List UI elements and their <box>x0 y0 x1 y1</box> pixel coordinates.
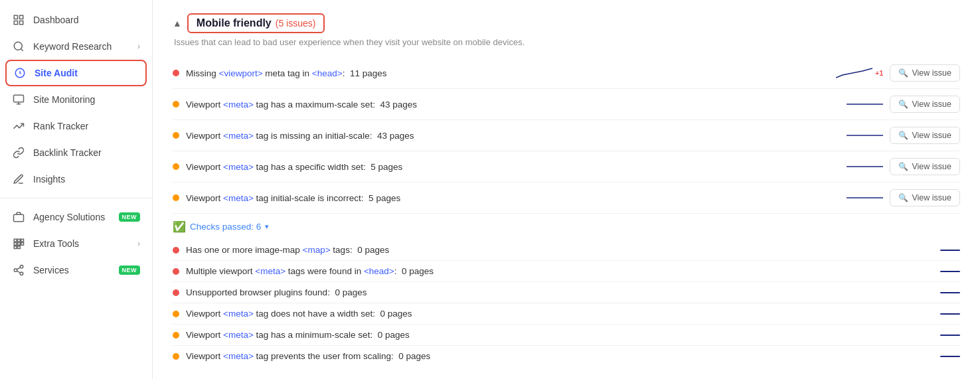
view-issue-button[interactable]: 🔍 View issue <box>890 127 960 144</box>
view-issue-label: View issue <box>912 193 951 202</box>
passed-dash <box>940 271 960 272</box>
svg-rect-10 <box>14 214 24 222</box>
sidebar-item-label: Insights <box>33 174 140 185</box>
passed-row: Unsupported browser plugins found: 0 pag… <box>173 282 960 303</box>
issue-text: Unsupported browser plugins found: 0 pag… <box>186 287 934 297</box>
severity-indicator <box>173 70 179 76</box>
sidebar-item-insights[interactable]: Insights <box>0 166 152 192</box>
sidebar-item-label: Keyword Research <box>33 41 129 52</box>
passed-dash <box>940 356 960 357</box>
passed-dash <box>940 250 960 251</box>
svg-rect-17 <box>14 246 17 249</box>
issue-row: Viewport <meta> tag has a maximum-scale … <box>173 89 960 120</box>
trend-chart <box>847 97 883 112</box>
sidebar-item-site-audit[interactable]: Site Audit <box>5 60 147 86</box>
svg-rect-1 <box>20 15 23 19</box>
passed-dash <box>940 292 960 293</box>
issue-text: Viewport <meta> tag prevents the user fr… <box>186 351 934 361</box>
svg-rect-3 <box>20 21 23 25</box>
trend-chart <box>847 190 883 205</box>
checks-passed[interactable]: ✅ Checks passed: 6 ▾ <box>173 214 960 240</box>
issue-chart <box>830 159 883 174</box>
view-issue-button[interactable]: 🔍 View issue <box>890 189 960 206</box>
search-icon: 🔍 <box>898 100 908 109</box>
sidebar-item-backlink-tracker[interactable]: Backlink Tracker <box>0 139 152 166</box>
checks-passed-label: Checks passed: 6 <box>190 222 261 232</box>
view-issue-button[interactable]: 🔍 View issue <box>890 158 960 175</box>
issue-link2[interactable]: <head> <box>312 68 343 78</box>
checks-passed-toggle: ▾ <box>265 222 269 231</box>
view-issue-label: View issue <box>912 100 951 109</box>
grid-small-icon <box>12 237 25 250</box>
issue-text: Viewport <meta> tag is missing an initia… <box>186 131 823 141</box>
passed-row: Multiple viewport <meta> tags were found… <box>173 261 960 282</box>
sidebar: Dashboard Keyword Research › Site Audit … <box>0 0 153 379</box>
issue-text: Viewport <meta> tag has a maximum-scale … <box>186 100 823 110</box>
sidebar-item-label: Agency Solutions <box>33 212 111 222</box>
sidebar-item-agency-solutions[interactable]: Agency Solutions NEW <box>0 204 152 230</box>
sidebar-item-site-monitoring[interactable]: Site Monitoring <box>0 86 152 113</box>
svg-rect-18 <box>18 246 21 249</box>
issue-link[interactable]: <meta> <box>223 100 254 110</box>
passed-row: Viewport <meta> tag has a minimum-scale … <box>173 325 960 346</box>
section-description: Issues that can lead to bad user experie… <box>174 37 960 47</box>
severity-indicator <box>173 268 179 275</box>
issue-text: Viewport <meta> tag has a specific width… <box>186 162 823 172</box>
issue-link[interactable]: <meta> <box>223 162 254 172</box>
issue-chart <box>830 190 883 205</box>
issue-link[interactable]: <meta> <box>223 193 254 203</box>
trend-chart <box>847 128 883 143</box>
issue-link[interactable]: <meta> <box>223 351 254 361</box>
issue-text: Viewport <meta> tag has a minimum-scale … <box>186 330 934 340</box>
sidebar-item-label: Extra Tools <box>33 238 129 249</box>
sidebar-item-label: Dashboard <box>33 15 140 25</box>
issue-link2[interactable]: <head> <box>364 266 394 276</box>
issue-row: Viewport <meta> tag has a specific width… <box>173 151 960 183</box>
issue-text: Viewport <meta> tag initial-scale is inc… <box>186 193 823 203</box>
passed-row: Has one or more image-map <map> tags: 0 … <box>173 240 960 261</box>
sidebar-item-label: Backlink Tracker <box>33 147 140 158</box>
sidebar-item-extra-tools[interactable]: Extra Tools › <box>0 230 152 257</box>
issue-text: Missing <viewport> meta tag in <head>: 1… <box>186 68 823 78</box>
svg-line-22 <box>17 271 20 273</box>
issue-link[interactable]: <map> <box>303 245 331 255</box>
issue-link[interactable]: <meta> <box>223 131 254 141</box>
svg-rect-15 <box>18 243 21 246</box>
briefcase-icon <box>12 210 25 224</box>
svg-point-20 <box>14 269 17 272</box>
search-icon: 🔍 <box>898 193 908 202</box>
issue-chart <box>830 97 883 112</box>
view-issue-button[interactable]: 🔍 View issue <box>890 64 960 82</box>
issue-text: Multiple viewport <meta> tags were found… <box>186 266 934 276</box>
trend-chart <box>836 66 872 80</box>
trend-chart <box>847 159 883 174</box>
issue-link[interactable]: <meta> <box>255 266 286 276</box>
sidebar-item-keyword-research[interactable]: Keyword Research › <box>0 33 152 60</box>
sidebar-item-rank-tracker[interactable]: Rank Tracker <box>0 113 152 139</box>
view-issue-label: View issue <box>912 68 951 78</box>
section-header: ▲ Mobile friendly (5 issues) <box>173 13 960 33</box>
issue-chart <box>830 128 883 143</box>
new-badge: NEW <box>119 212 141 222</box>
issue-row: Viewport <meta> tag is missing an initia… <box>173 120 960 151</box>
svg-rect-12 <box>18 239 21 242</box>
issue-text: Has one or more image-map <map> tags: 0 … <box>186 245 934 255</box>
svg-rect-13 <box>21 239 24 242</box>
trending-icon <box>12 119 25 133</box>
sidebar-item-dashboard[interactable]: Dashboard <box>0 7 152 33</box>
sidebar-item-label: Site Monitoring <box>33 94 140 105</box>
pencil-icon <box>12 173 25 186</box>
passed-dash <box>940 313 960 315</box>
issue-link[interactable]: <meta> <box>223 309 254 319</box>
issue-link[interactable]: <viewport> <box>219 68 263 78</box>
svg-line-5 <box>21 48 23 50</box>
collapse-button[interactable]: ▲ <box>173 18 182 29</box>
search-icon: 🔍 <box>898 131 908 140</box>
view-issue-label: View issue <box>912 162 951 171</box>
sidebar-item-services[interactable]: Services NEW <box>0 257 152 283</box>
svg-rect-16 <box>21 243 24 246</box>
issue-link[interactable]: <meta> <box>223 330 254 340</box>
view-issue-button[interactable]: 🔍 View issue <box>890 96 960 113</box>
issue-row: Missing <viewport> meta tag in <head>: 1… <box>173 58 960 89</box>
new-badge: NEW <box>119 265 141 275</box>
